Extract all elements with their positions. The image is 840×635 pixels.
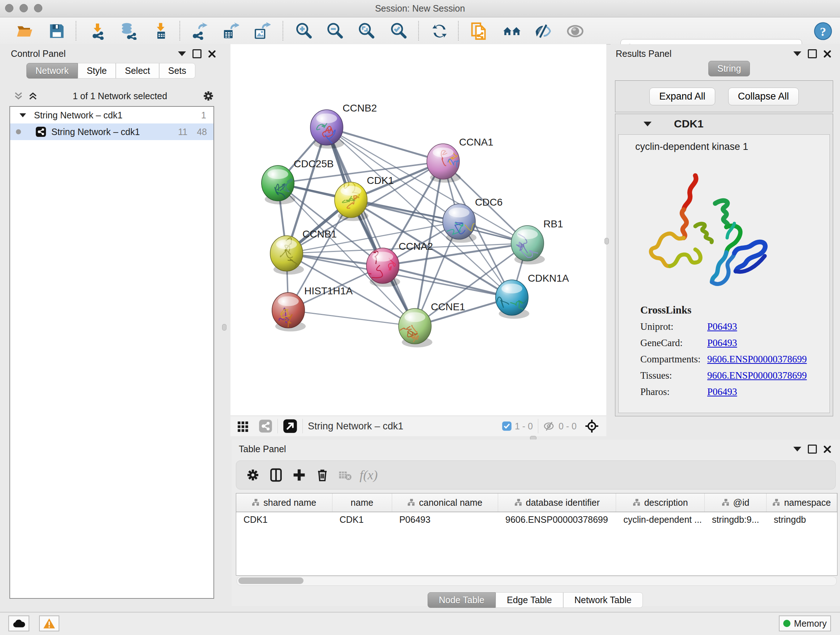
gear-icon[interactable] bbox=[202, 90, 215, 102]
import-network-button[interactable] bbox=[89, 22, 107, 40]
collection-expand-icon[interactable] bbox=[19, 113, 26, 117]
network-node-RB1[interactable] bbox=[511, 226, 545, 264]
tab-string[interactable]: String bbox=[708, 61, 750, 76]
zoom-in-button[interactable] bbox=[295, 22, 313, 40]
warnings-button[interactable] bbox=[39, 616, 59, 631]
crosslink-label: Compartments: bbox=[640, 354, 707, 365]
collapse-all-icon[interactable] bbox=[14, 91, 23, 101]
help-button[interactable]: ? bbox=[814, 22, 832, 40]
node-label-CCNA2: CCNA2 bbox=[399, 241, 433, 252]
column-type-icon bbox=[772, 499, 780, 507]
crosslink-compartments-link[interactable]: 9606.ENSP00000378699 bbox=[707, 354, 807, 365]
column-header-database-identifier[interactable]: database identifier bbox=[498, 494, 616, 511]
delete-column-button[interactable] bbox=[311, 463, 334, 486]
zoom-fit-button[interactable] bbox=[357, 22, 376, 40]
columns-icon bbox=[269, 468, 283, 482]
right-splitter-handle[interactable] bbox=[605, 238, 609, 244]
protein-expand-icon[interactable] bbox=[644, 122, 652, 126]
tab-network[interactable]: Network bbox=[27, 63, 78, 79]
results-panel: Results Panel String Expand All Collapse… bbox=[611, 44, 840, 436]
crosslink-pharos-link[interactable]: P06493 bbox=[707, 386, 737, 397]
left-splitter-handle[interactable] bbox=[222, 324, 226, 331]
home-networks-button[interactable] bbox=[503, 22, 521, 40]
delete-table-button[interactable] bbox=[334, 463, 357, 486]
crosslink-label: Pharos: bbox=[640, 386, 707, 397]
protein-header[interactable]: CDK1 bbox=[615, 114, 833, 134]
column-header-canonical-name[interactable]: canonical name bbox=[392, 494, 498, 511]
network-collection-row[interactable]: String Network – cdk1 1 bbox=[10, 107, 213, 124]
panel-menu-icon[interactable] bbox=[178, 51, 186, 56]
column-header-description[interactable]: description bbox=[616, 494, 705, 511]
hide-selection-button[interactable] bbox=[535, 22, 553, 40]
tab-node-table[interactable]: Node Table bbox=[428, 592, 496, 608]
panel-close-icon[interactable] bbox=[823, 50, 831, 58]
tab-style[interactable]: Style bbox=[78, 63, 116, 79]
panel-close-icon[interactable] bbox=[208, 50, 216, 58]
network-canvas[interactable]: CCNB2CCNA1CDC25BCDK1CDC6RB1CCNB1CCNA2CDK… bbox=[231, 44, 606, 416]
column-header--id[interactable]: @id bbox=[705, 494, 767, 511]
export-image-button[interactable] bbox=[253, 22, 271, 40]
column-header-shared-name[interactable]: shared name bbox=[236, 494, 332, 511]
scrollbar-thumb[interactable] bbox=[238, 578, 303, 584]
network-node-CCNE1[interactable] bbox=[395, 309, 432, 348]
network-node-CCNA1[interactable] bbox=[427, 144, 463, 183]
collapse-all-button[interactable]: Collapse All bbox=[728, 88, 799, 105]
network-node-CDK1[interactable] bbox=[335, 180, 368, 221]
column-header-name[interactable]: name bbox=[332, 494, 392, 511]
open-session-button[interactable] bbox=[16, 22, 34, 40]
network-row[interactable]: String Network – cdk1 11 48 bbox=[10, 124, 213, 140]
network-graph[interactable]: CCNB2CCNA1CDC25BCDK1CDC6RB1CCNB1CCNA2CDK… bbox=[231, 44, 606, 416]
panel-menu-icon[interactable] bbox=[793, 51, 801, 56]
import-table-button[interactable] bbox=[152, 22, 170, 40]
panel-float-icon[interactable] bbox=[808, 49, 817, 58]
export-network-button[interactable] bbox=[190, 22, 208, 40]
panel-float-icon[interactable] bbox=[808, 445, 817, 454]
create-column-button[interactable] bbox=[287, 463, 311, 486]
save-session-button[interactable] bbox=[48, 22, 66, 40]
network-node-CDC25B[interactable] bbox=[262, 165, 295, 204]
crosslink-tissues-link[interactable]: 9606.ENSP00000378699 bbox=[707, 370, 807, 381]
memory-button[interactable]: Memory bbox=[779, 616, 831, 631]
birdseye-icon[interactable] bbox=[584, 419, 599, 433]
crosslink-genecard-link[interactable]: P06493 bbox=[707, 337, 737, 348]
detach-view-icon[interactable] bbox=[283, 419, 297, 433]
table-settings-button[interactable] bbox=[241, 463, 264, 486]
netbar-separator bbox=[278, 419, 278, 433]
network-node-CDC6[interactable] bbox=[443, 204, 484, 243]
tab-network-table[interactable]: Network Table bbox=[563, 592, 643, 608]
share-document-button[interactable] bbox=[470, 22, 488, 40]
import-database-button[interactable] bbox=[119, 22, 137, 40]
show-columns-button[interactable] bbox=[264, 463, 287, 486]
hidden-eye-icon[interactable] bbox=[543, 421, 556, 432]
network-node-HIST1H1A[interactable] bbox=[272, 293, 306, 332]
network-list-icon[interactable] bbox=[259, 419, 272, 433]
show-all-button[interactable] bbox=[566, 22, 584, 40]
network-node-CCNB1[interactable] bbox=[270, 236, 304, 275]
expand-all-icon[interactable] bbox=[28, 91, 38, 101]
export-table-button[interactable] bbox=[221, 22, 240, 40]
network-node-CDKN1A[interactable] bbox=[496, 280, 536, 319]
network-node-CCNB2[interactable] bbox=[310, 110, 344, 149]
collection-count: 1 bbox=[201, 110, 206, 120]
node-label-CDC25B: CDC25B bbox=[294, 158, 333, 169]
crosslink-uniprot-link[interactable]: P06493 bbox=[707, 321, 737, 333]
zoom-selected-button[interactable] bbox=[390, 22, 408, 40]
cloud-status-button[interactable] bbox=[8, 616, 29, 631]
panel-menu-icon[interactable] bbox=[793, 447, 801, 451]
tab-select[interactable]: Select bbox=[116, 63, 159, 79]
refresh-layout-button[interactable] bbox=[431, 22, 448, 40]
tab-sets[interactable]: Sets bbox=[159, 63, 195, 79]
table-horizontal-scrollbar[interactable] bbox=[237, 576, 837, 586]
tab-edge-table[interactable]: Edge Table bbox=[496, 592, 563, 608]
zoom-out-button[interactable] bbox=[326, 22, 344, 40]
panel-close-icon[interactable] bbox=[823, 445, 831, 453]
selected-checkbox-icon[interactable] bbox=[502, 421, 512, 431]
panel-float-icon[interactable] bbox=[193, 49, 202, 58]
table-cell: stringdb:9... bbox=[705, 515, 767, 525]
function-builder-button[interactable]: f(x) bbox=[357, 463, 380, 486]
expand-all-button[interactable]: Expand All bbox=[649, 88, 715, 105]
column-header-namespace[interactable]: namespace bbox=[767, 494, 837, 511]
grid-view-icon[interactable] bbox=[237, 420, 249, 432]
network-node-CCNA2[interactable] bbox=[360, 248, 400, 287]
table-row[interactable]: CDK1CDK1P064939606.ENSP00000378699cyclin… bbox=[236, 512, 837, 527]
